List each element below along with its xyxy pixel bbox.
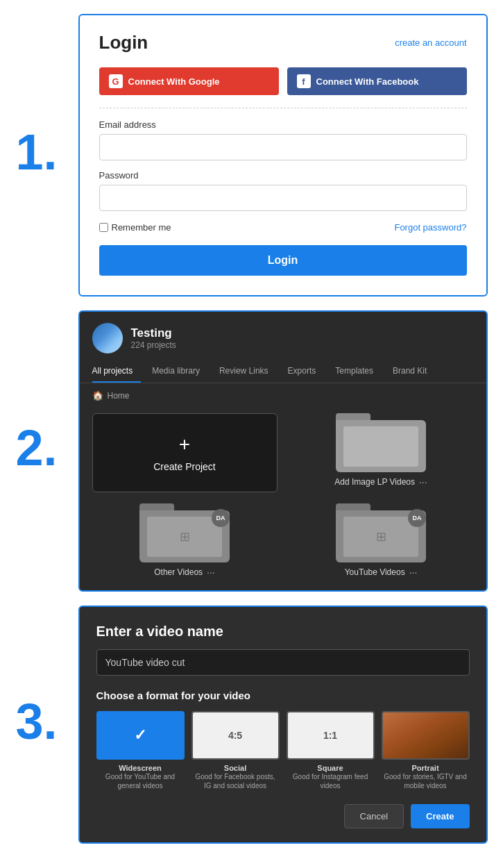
widescreen-desc: Good for YouTube and general videos — [96, 772, 185, 790]
google-icon: G — [109, 74, 123, 88]
social-desc: Good for Facebook posts, IG and social v… — [191, 772, 280, 790]
create-video-footer: Cancel Create — [96, 804, 470, 828]
dashboard-card: Testing 224 projects All projects Media … — [78, 310, 488, 592]
social-label: Social — [224, 764, 246, 772]
folder-youtube-name: YouTube Videos — [345, 567, 405, 577]
folder-icon-youtube: ⊞ DA — [336, 503, 426, 562]
form-bottom-row: Remember me Forgot password? — [99, 222, 467, 233]
password-label: Password — [99, 170, 467, 181]
portrait-label: Portrait — [411, 764, 438, 772]
facebook-login-button[interactable]: f Connect With Facebook — [287, 67, 467, 95]
avatar — [92, 323, 123, 353]
check-icon: ✓ — [134, 726, 146, 744]
google-login-button[interactable]: G Connect With Google — [99, 67, 279, 95]
folder-other-dots[interactable]: ··· — [207, 567, 215, 578]
plus-icon: + — [179, 433, 190, 456]
folder-menu-dots[interactable]: ··· — [419, 476, 427, 487]
folder-add-image-name: Add Image LP Videos — [334, 477, 415, 487]
home-icon: 🏠 — [92, 390, 103, 401]
step-1-number: 1. — [16, 127, 78, 184]
divider — [99, 108, 467, 108]
folder-other-videos[interactable]: ⊞ DA Other Videos ··· — [92, 503, 278, 578]
dashboard-tabs: All projects Media library Review Links … — [80, 360, 486, 383]
format-social[interactable]: 4:5 Social Good for Facebook posts, IG a… — [191, 711, 280, 790]
create-project-button[interactable]: + Create Project — [92, 413, 278, 492]
remember-me-checkbox[interactable] — [99, 223, 108, 232]
folder-youtube-dots[interactable]: ··· — [409, 567, 418, 578]
folder-icon — [336, 413, 426, 472]
create-project-label: Create Project — [153, 461, 215, 472]
social-thumb: 4:5 — [191, 711, 280, 760]
email-input[interactable] — [99, 134, 467, 160]
workspace-info: Testing 224 projects — [131, 326, 176, 350]
format-section-title: Choose a format for your video — [96, 690, 470, 701]
create-video-card: Enter a video name Choose a format for y… — [78, 606, 488, 844]
breadcrumb: 🏠 Home — [80, 383, 486, 408]
workspace-name: Testing — [131, 326, 176, 340]
login-title: Login — [99, 32, 148, 53]
widescreen-thumb: ✓ — [96, 711, 185, 760]
format-portrait[interactable]: Portrait Good for stories, IGTV and mobi… — [382, 711, 470, 790]
create-button[interactable]: Create — [411, 804, 469, 828]
folder-name-row-youtube: YouTube Videos ··· — [345, 567, 418, 578]
folder-name-row: Add Image LP Videos ··· — [334, 476, 427, 487]
video-name-input[interactable] — [96, 649, 470, 676]
tab-media-library[interactable]: Media library — [152, 360, 208, 383]
remember-me-label[interactable]: Remember me — [99, 222, 171, 233]
email-label: Email address — [99, 119, 467, 130]
square-label: Square — [317, 764, 343, 772]
tab-review-links[interactable]: Review Links — [219, 360, 277, 383]
step-2-row: 2. Testing 224 projects All projects Med… — [16, 310, 488, 592]
login-header: Login create an account — [99, 32, 467, 53]
login-button[interactable]: Login — [99, 245, 467, 276]
step-3-row: 3. Enter a video name Choose a format fo… — [16, 606, 488, 844]
breadcrumb-home: Home — [108, 391, 130, 401]
tab-brand-kit[interactable]: Brand Kit — [393, 360, 435, 383]
step-3-number: 3. — [16, 696, 78, 753]
portrait-desc: Good for stories, IGTV and mobile videos — [382, 772, 470, 790]
folder-youtube-videos[interactable]: ⊞ DA YouTube Videos ··· — [289, 503, 474, 578]
folder-other-name: Other Videos — [154, 567, 203, 577]
login-card: Login create an account G Connect With G… — [78, 14, 488, 297]
folder-icon-other: ⊞ DA — [139, 503, 230, 562]
projects-grid: + Create Project Add Image LP Videos ··· — [80, 408, 486, 590]
square-desc: Good for Instagram feed videos — [287, 772, 375, 790]
social-buttons: G Connect With Google f Connect With Fac… — [99, 67, 467, 95]
forgot-password-link[interactable]: Forgot password? — [394, 222, 466, 233]
tab-templates[interactable]: Templates — [335, 360, 382, 383]
projects-count: 224 projects — [131, 340, 176, 350]
folder-add-image-lp[interactable]: Add Image LP Videos ··· — [289, 413, 474, 492]
password-input[interactable] — [99, 185, 467, 211]
format-options: ✓ Widescreen Good for YouTube and genera… — [96, 711, 470, 790]
square-thumb: 1:1 — [287, 711, 375, 760]
format-square[interactable]: 1:1 Square Good for Instagram feed video… — [287, 711, 375, 790]
widescreen-label: Widescreen — [119, 764, 162, 772]
step-2-number: 2. — [16, 423, 78, 480]
tab-exports[interactable]: Exports — [288, 360, 325, 383]
dashboard-header: Testing 224 projects — [80, 312, 486, 360]
cancel-button[interactable]: Cancel — [344, 804, 404, 828]
step-1-row: 1. Login create an account G Connect Wit… — [16, 14, 488, 297]
tab-all-projects[interactable]: All projects — [92, 360, 142, 383]
folder-name-row-other: Other Videos ··· — [154, 567, 215, 578]
create-video-title: Enter a video name — [96, 624, 470, 640]
portrait-thumb — [382, 711, 470, 760]
facebook-icon: f — [297, 74, 311, 88]
format-widescreen[interactable]: ✓ Widescreen Good for YouTube and genera… — [96, 711, 185, 790]
create-account-link[interactable]: create an account — [395, 37, 466, 48]
